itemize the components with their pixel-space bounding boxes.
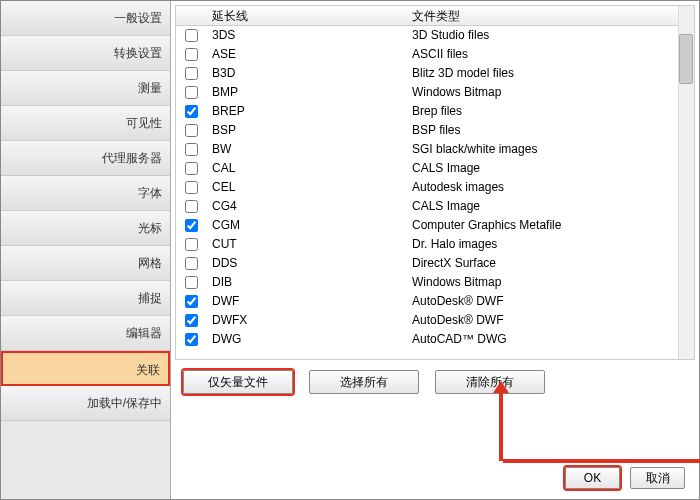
- row-checkbox[interactable]: [185, 219, 198, 232]
- filter-button-row: 仅矢量文件 选择所有 清除所有: [171, 364, 699, 400]
- row-filetype: Brep files: [406, 102, 694, 121]
- sidebar-item-10[interactable]: 关联: [1, 351, 170, 386]
- sidebar-item-9[interactable]: 编辑器: [1, 316, 170, 351]
- row-checkbox[interactable]: [185, 200, 198, 213]
- row-checkbox[interactable]: [185, 86, 198, 99]
- row-extension: CG4: [206, 197, 406, 216]
- row-extension: CGM: [206, 216, 406, 235]
- row-filetype: Dr. Halo images: [406, 235, 694, 254]
- row-checkbox[interactable]: [185, 276, 198, 289]
- table-row[interactable]: BMPWindows Bitmap: [176, 83, 694, 102]
- row-checkbox[interactable]: [185, 124, 198, 137]
- sidebar-item-2[interactable]: 测量: [1, 71, 170, 106]
- file-type-table: 延长线 文件类型 3DS3D Studio filesASEASCII file…: [175, 5, 695, 360]
- row-filetype: Blitz 3D model files: [406, 64, 694, 83]
- row-checkbox[interactable]: [185, 295, 198, 308]
- annotation-arrow-right: [503, 459, 700, 463]
- row-checkbox[interactable]: [185, 238, 198, 251]
- row-extension: BSP: [206, 121, 406, 140]
- table-row[interactable]: CGMComputer Graphics Metafile: [176, 216, 694, 235]
- row-filetype: Windows Bitmap: [406, 83, 694, 102]
- table-row[interactable]: BSPBSP files: [176, 121, 694, 140]
- row-filetype: DirectX Surface: [406, 254, 694, 273]
- sidebar-item-6[interactable]: 光标: [1, 211, 170, 246]
- row-checkbox[interactable]: [185, 105, 198, 118]
- row-filetype: BSP files: [406, 121, 694, 140]
- row-extension: DDS: [206, 254, 406, 273]
- row-extension: BREP: [206, 102, 406, 121]
- row-extension: 3DS: [206, 26, 406, 45]
- row-extension: CEL: [206, 178, 406, 197]
- sidebar-item-0[interactable]: 一般设置: [1, 1, 170, 36]
- table-row[interactable]: BREPBrep files: [176, 102, 694, 121]
- row-extension: BMP: [206, 83, 406, 102]
- table-row[interactable]: DWGAutoCAD™ DWG: [176, 330, 694, 349]
- row-extension: BW: [206, 140, 406, 159]
- row-checkbox[interactable]: [185, 181, 198, 194]
- row-filetype: AutoCAD™ DWG: [406, 330, 694, 349]
- select-all-button[interactable]: 选择所有: [309, 370, 419, 394]
- row-checkbox[interactable]: [185, 48, 198, 61]
- annotation-arrow-up: [499, 391, 503, 461]
- clear-all-button[interactable]: 清除所有: [435, 370, 545, 394]
- row-extension: CAL: [206, 159, 406, 178]
- table-row[interactable]: B3DBlitz 3D model files: [176, 64, 694, 83]
- row-extension: ASE: [206, 45, 406, 64]
- table-row[interactable]: ASEASCII files: [176, 45, 694, 64]
- table-row[interactable]: DIBWindows Bitmap: [176, 273, 694, 292]
- row-filetype: Windows Bitmap: [406, 273, 694, 292]
- cancel-button[interactable]: 取消: [630, 467, 685, 489]
- scrollbar[interactable]: [678, 6, 694, 359]
- row-extension: DIB: [206, 273, 406, 292]
- sidebar-item-11[interactable]: 加载中/保存中: [1, 386, 170, 421]
- sidebar-item-4[interactable]: 代理服务器: [1, 141, 170, 176]
- ok-button[interactable]: OK: [565, 467, 620, 489]
- row-checkbox[interactable]: [185, 29, 198, 42]
- table-row[interactable]: DWFAutoDesk® DWF: [176, 292, 694, 311]
- dialog-button-bar: OK 取消: [565, 467, 685, 489]
- sidebar-item-7[interactable]: 网格: [1, 246, 170, 281]
- table-body: 3DS3D Studio filesASEASCII filesB3DBlitz…: [176, 26, 694, 359]
- row-filetype: CALS Image: [406, 197, 694, 216]
- sidebar-item-3[interactable]: 可见性: [1, 106, 170, 141]
- table-header: 延长线 文件类型: [176, 6, 694, 26]
- row-filetype: Autodesk images: [406, 178, 694, 197]
- row-filetype: Computer Graphics Metafile: [406, 216, 694, 235]
- row-extension: B3D: [206, 64, 406, 83]
- row-checkbox[interactable]: [185, 143, 198, 156]
- sidebar: 一般设置转换设置测量可见性代理服务器字体光标网格捕捉编辑器关联加载中/保存中: [1, 1, 171, 499]
- table-row[interactable]: BWSGI black/white images: [176, 140, 694, 159]
- row-checkbox[interactable]: [185, 314, 198, 327]
- scrollbar-thumb[interactable]: [679, 34, 693, 84]
- row-filetype: CALS Image: [406, 159, 694, 178]
- table-row[interactable]: CUTDr. Halo images: [176, 235, 694, 254]
- table-row[interactable]: CG4CALS Image: [176, 197, 694, 216]
- sidebar-item-1[interactable]: 转换设置: [1, 36, 170, 71]
- row-checkbox[interactable]: [185, 162, 198, 175]
- sidebar-item-5[interactable]: 字体: [1, 176, 170, 211]
- row-extension: DWF: [206, 292, 406, 311]
- vector-only-button[interactable]: 仅矢量文件: [183, 370, 293, 394]
- header-extension[interactable]: 延长线: [206, 6, 406, 25]
- table-row[interactable]: 3DS3D Studio files: [176, 26, 694, 45]
- row-filetype: AutoDesk® DWF: [406, 311, 694, 330]
- row-filetype: AutoDesk® DWF: [406, 292, 694, 311]
- row-checkbox[interactable]: [185, 257, 198, 270]
- row-extension: CUT: [206, 235, 406, 254]
- row-filetype: 3D Studio files: [406, 26, 694, 45]
- table-row[interactable]: CALCALS Image: [176, 159, 694, 178]
- row-filetype: SGI black/white images: [406, 140, 694, 159]
- table-row[interactable]: DWFXAutoDesk® DWF: [176, 311, 694, 330]
- table-row[interactable]: DDSDirectX Surface: [176, 254, 694, 273]
- main-panel: 延长线 文件类型 3DS3D Studio filesASEASCII file…: [171, 1, 699, 499]
- row-checkbox[interactable]: [185, 67, 198, 80]
- row-extension: DWG: [206, 330, 406, 349]
- row-extension: DWFX: [206, 311, 406, 330]
- row-filetype: ASCII files: [406, 45, 694, 64]
- header-filetype[interactable]: 文件类型: [406, 6, 694, 25]
- table-row[interactable]: CELAutodesk images: [176, 178, 694, 197]
- sidebar-item-8[interactable]: 捕捉: [1, 281, 170, 316]
- row-checkbox[interactable]: [185, 333, 198, 346]
